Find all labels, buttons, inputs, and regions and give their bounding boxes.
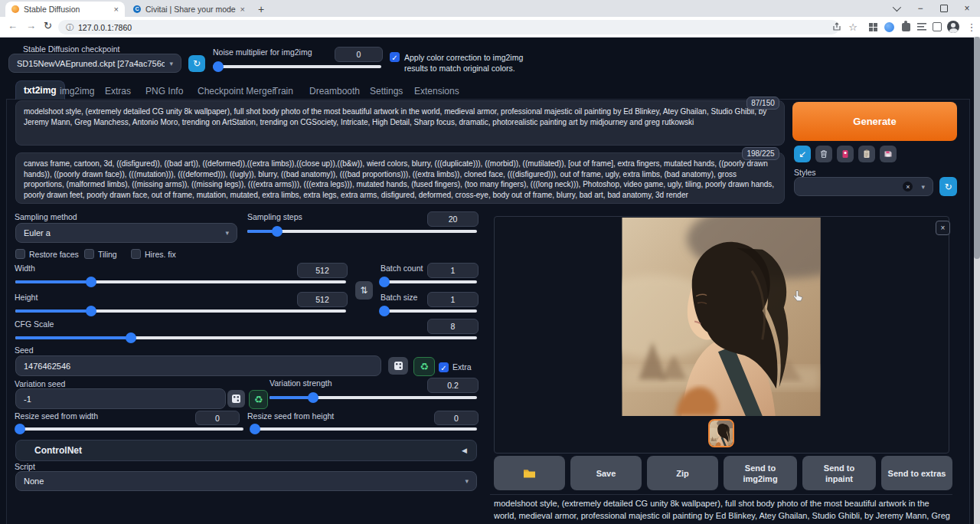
browser-tab-stable-diffusion[interactable]: Stable Diffusion × xyxy=(5,2,125,17)
variation-strength-slider[interactable] xyxy=(270,392,477,403)
noise-multiplier-slider[interactable] xyxy=(213,61,381,72)
cfg-scale-slider[interactable] xyxy=(15,332,477,343)
browser-menu-kebab-icon[interactable]: ⋮ xyxy=(965,21,978,33)
gallery-thumbnail[interactable] xyxy=(708,419,734,447)
window-close-button[interactable]: × xyxy=(956,0,978,17)
checkpoint-dropdown[interactable]: SD15NewVAEpruned.ckpt [27a4ac756c] ▾ xyxy=(8,54,181,73)
tab-img2img[interactable]: img2img xyxy=(60,86,94,97)
styles-dropdown[interactable]: × ▾ xyxy=(794,177,933,196)
sampling-method-dropdown[interactable]: Euler a ▾ xyxy=(15,223,237,243)
send-to-img2img-button[interactable]: Send to img2img xyxy=(724,456,797,490)
close-gallery-icon[interactable]: × xyxy=(936,221,950,235)
send-to-extras-button[interactable]: Send to extras xyxy=(881,456,952,490)
seed-input[interactable]: 1476462546 xyxy=(15,355,381,376)
color-correction-checkbox[interactable]: ✓ xyxy=(390,52,400,62)
tab-close-icon[interactable]: × xyxy=(240,5,245,14)
height-value[interactable]: 512 xyxy=(297,292,348,307)
stable-diffusion-favicon xyxy=(11,5,19,13)
script-dropdown[interactable]: None ▾ xyxy=(15,471,477,491)
sampling-steps-slider[interactable] xyxy=(247,226,477,237)
profile-avatar[interactable] xyxy=(947,21,959,33)
slider-knob[interactable] xyxy=(213,61,224,72)
negative-prompt-textarea[interactable]: canvas frame, cartoon, 3d, ((disfigured)… xyxy=(15,152,785,204)
resize-seed-width-slider[interactable] xyxy=(15,424,243,434)
restore-faces-checkbox[interactable] xyxy=(15,249,25,259)
clear-styles-icon[interactable]: × xyxy=(903,182,913,192)
tiling-checkbox[interactable] xyxy=(84,249,94,259)
page-scrollbar-thumb[interactable] xyxy=(974,37,980,259)
random-variation-seed-dice-button[interactable] xyxy=(227,390,245,408)
forward-icon[interactable]: → xyxy=(26,20,36,31)
window-menu-chevron-icon[interactable] xyxy=(884,0,907,17)
apply-styles-clipboard-button[interactable] xyxy=(858,146,875,162)
extra-networks-card-button[interactable] xyxy=(837,146,854,162)
batch-size-value[interactable]: 1 xyxy=(427,292,479,307)
batch-size-slider[interactable] xyxy=(381,306,477,316)
swap-width-height-button[interactable]: ⇅ xyxy=(355,281,373,300)
tab-png-info[interactable]: PNG Info xyxy=(145,86,183,97)
slider-knob[interactable] xyxy=(126,332,136,343)
random-seed-dice-button[interactable] xyxy=(388,357,408,375)
extension-blue-dot-icon[interactable] xyxy=(883,21,895,33)
extension-grid-icon[interactable] xyxy=(867,21,879,33)
tab-extensions[interactable]: Extensions xyxy=(414,86,459,97)
checkpoint-refresh-button[interactable]: ↻ xyxy=(188,55,205,72)
extra-seed-checkbox[interactable]: ✓ xyxy=(439,362,449,372)
chevron-down-icon: ▾ xyxy=(921,183,925,191)
width-value[interactable]: 512 xyxy=(297,263,348,278)
tab-checkpoint-merger[interactable]: Checkpoint Merger xyxy=(198,86,275,97)
tab-close-icon[interactable]: × xyxy=(114,5,119,14)
batch-count-value[interactable]: 1 xyxy=(427,263,479,278)
slider-knob[interactable] xyxy=(379,306,390,316)
controlnet-accordion[interactable]: ControlNet ◀ xyxy=(15,440,477,461)
tab-settings[interactable]: Settings xyxy=(370,86,403,97)
variation-seed-input[interactable]: -1 xyxy=(15,388,226,409)
resize-seed-height-slider[interactable] xyxy=(253,424,477,434)
slider-knob[interactable] xyxy=(15,424,25,434)
clear-prompt-trash-button[interactable] xyxy=(815,146,832,162)
save-style-floppy-button[interactable] xyxy=(880,146,897,162)
side-panel-icon[interactable] xyxy=(931,21,943,33)
batch-count-slider[interactable] xyxy=(381,277,477,287)
open-folder-button[interactable] xyxy=(494,456,565,490)
paste-generation-params-button[interactable]: ↙ xyxy=(794,146,811,162)
extensions-puzzle-icon[interactable] xyxy=(900,21,912,33)
send-to-inpaint-button[interactable]: Send to inpaint xyxy=(802,456,876,490)
save-button[interactable]: Save xyxy=(570,456,642,490)
reading-list-icon[interactable] xyxy=(916,21,928,33)
hires-fix-checkbox[interactable] xyxy=(131,249,141,259)
tab-extras[interactable]: Extras xyxy=(105,86,131,97)
generate-button[interactable]: Generate xyxy=(792,102,957,141)
reuse-variation-seed-button[interactable]: ♻ xyxy=(249,390,268,409)
tab-dreambooth[interactable]: Dreambooth xyxy=(309,86,360,97)
reload-icon[interactable]: ↻ xyxy=(44,20,52,31)
back-icon[interactable]: ← xyxy=(8,20,18,31)
cfg-scale-value[interactable]: 8 xyxy=(427,319,479,334)
variation-strength-value[interactable]: 0.2 xyxy=(427,378,479,393)
height-slider[interactable] xyxy=(15,306,346,316)
share-icon[interactable] xyxy=(831,21,843,33)
window-maximize-button[interactable] xyxy=(933,0,956,17)
refresh-styles-button[interactable]: ↻ xyxy=(939,177,957,196)
reuse-seed-button[interactable]: ♻ xyxy=(413,357,435,376)
slider-knob[interactable] xyxy=(272,226,283,237)
tab-txt2img[interactable]: txt2img xyxy=(15,80,65,100)
site-info-icon[interactable]: ⓘ xyxy=(66,22,74,33)
zip-button[interactable]: Zip xyxy=(647,456,718,490)
address-bar[interactable]: ⓘ 127.0.0.1:7860 xyxy=(58,20,839,34)
slider-knob[interactable] xyxy=(379,277,390,287)
generated-image[interactable] xyxy=(622,218,821,416)
slider-knob[interactable] xyxy=(250,424,260,434)
width-slider[interactable] xyxy=(15,277,346,287)
bookmark-star-icon[interactable]: ☆ xyxy=(847,21,859,33)
prompt-textarea[interactable]: modelshoot style, (extremely detailed CG… xyxy=(15,100,785,146)
browser-tab-civitai[interactable]: C Civitai | Share your models × xyxy=(127,2,251,17)
noise-multiplier-value[interactable]: 0 xyxy=(335,47,383,62)
new-tab-button[interactable]: + xyxy=(254,2,268,16)
tab-train[interactable]: Train xyxy=(273,86,293,97)
slider-knob[interactable] xyxy=(86,277,96,287)
slider-knob[interactable] xyxy=(308,392,318,403)
slider-knob[interactable] xyxy=(86,306,96,316)
window-minimize-button[interactable]: − xyxy=(909,0,932,17)
sampling-steps-value[interactable]: 20 xyxy=(427,211,479,227)
